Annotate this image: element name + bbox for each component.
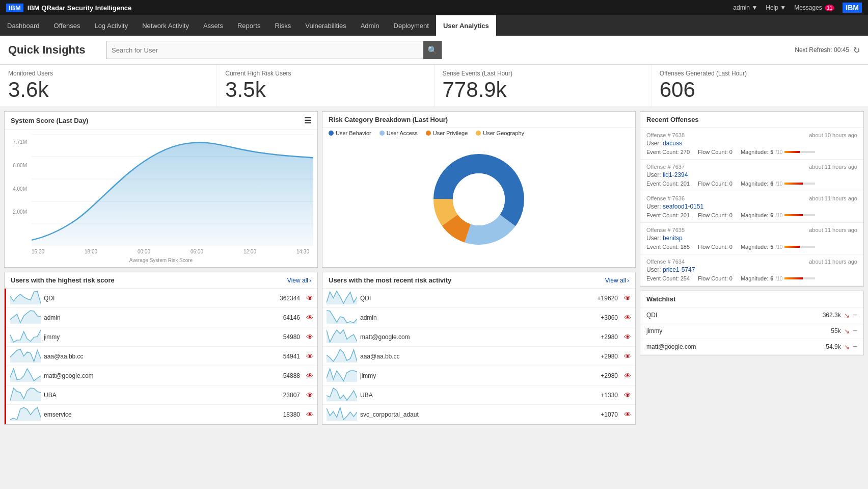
topbar: IBM IBM QRadar Security Intelligence adm… [0, 0, 868, 15]
magnitude-bar-fill [784, 183, 803, 185]
list-item: matt@google.com +2980 👁 [322, 327, 635, 347]
offense-user-row: User: dacuss [646, 140, 857, 147]
sparkline [10, 290, 41, 304]
eye-icon[interactable]: 👁 [306, 333, 313, 341]
remove-icon[interactable]: − [853, 342, 857, 351]
ibm-logo-top: IBM [843, 3, 862, 13]
remove-icon[interactable]: − [853, 311, 857, 320]
eye-icon[interactable]: 👁 [306, 410, 313, 419]
flow-count: Flow Count: 0 [698, 181, 733, 187]
offense-user-link[interactable]: dacuss [663, 140, 682, 147]
x-label: 14:30 [296, 249, 309, 254]
eye-icon[interactable]: 👁 [624, 410, 631, 419]
event-count: Event Count: 201 [646, 181, 690, 187]
y-label-1: 7.71M [13, 139, 27, 145]
navbar-item-offenses[interactable]: Offenses [47, 15, 88, 36]
x-label: 18:00 [85, 249, 97, 254]
stat-label: Monitored Users [8, 70, 208, 77]
user-name: jimmy [360, 372, 584, 379]
eye-icon[interactable]: 👁 [624, 294, 631, 302]
navbar-item-assets[interactable]: Assets [196, 15, 230, 36]
help-menu[interactable]: Help ▼ [766, 4, 786, 11]
navbar-item-dashboard[interactable]: Dashboard [0, 15, 47, 36]
trend-down-icon: ↘ [844, 343, 850, 351]
watchlist-row: jimmy 55k ↘ − [640, 323, 863, 339]
offense-stats: Event Count: 201 Flow Count: 0 Magnitude… [646, 181, 857, 187]
eye-icon[interactable]: 👁 [624, 352, 631, 361]
search-button[interactable]: 🔍 [423, 41, 442, 59]
eye-icon[interactable]: 👁 [306, 294, 313, 302]
sparkline [10, 310, 41, 324]
user-score: 54980 [269, 333, 300, 341]
offense-user-row: User: liq1-2394 [646, 171, 857, 178]
navbar-item-vulnerabilities[interactable]: Vulnerabilities [298, 15, 353, 36]
main-content: System Score (Last Day) ☰ 7.71M 6.00M 4.… [0, 107, 868, 429]
sparkline [10, 406, 41, 421]
user-score: +2980 [587, 372, 618, 379]
user-name: aaa@aa.bb.cc [360, 353, 584, 360]
flow-count: Flow Count: 0 [698, 149, 733, 155]
eye-icon[interactable]: 👁 [624, 314, 631, 322]
navbar-item-log-activity[interactable]: Log Activity [87, 15, 135, 36]
navbar-item-network-activity[interactable]: Network Activity [135, 15, 196, 36]
eye-icon[interactable]: 👁 [306, 314, 313, 322]
refresh-icon[interactable]: ↻ [853, 45, 860, 55]
eye-icon[interactable]: 👁 [306, 391, 313, 399]
eye-icon[interactable]: 👁 [306, 352, 313, 361]
offense-time: about 11 hours ago [809, 259, 857, 265]
user-name: QDI [44, 295, 266, 302]
stat-value: 778.9k [443, 78, 643, 101]
messages-link[interactable]: Messages 11 [794, 4, 834, 11]
eye-icon[interactable]: 👁 [306, 372, 313, 380]
offense-user-row: User: benitsp [646, 235, 857, 242]
user-name: UBA [44, 392, 266, 399]
offense-time: about 11 hours ago [809, 164, 857, 170]
risk-breakdown-title: Risk Category Breakdown (Last Hour) [329, 116, 448, 123]
flow-count: Flow Count: 0 [698, 275, 733, 281]
watchlist-score: 54.9k [810, 343, 841, 350]
magnitude: Magnitude: 6/10 [741, 275, 815, 281]
user-score: 23807 [269, 392, 300, 399]
user-score: +1330 [587, 392, 618, 399]
offense-user-link[interactable]: seafood1-0151 [663, 203, 703, 210]
legend-item: User Access [379, 130, 418, 136]
eye-icon[interactable]: 👁 [624, 372, 631, 380]
mini-chart [10, 348, 41, 364]
svg-marker-11 [10, 311, 41, 324]
offense-user-link[interactable]: price1-5747 [663, 266, 695, 273]
recent-activity-list: QDI +19620 👁 admin +3060 👁 matt@google.c… [322, 289, 635, 424]
list-item: QDI +19620 👁 [322, 289, 635, 308]
highest-risk-view-all[interactable]: View all › [287, 277, 311, 284]
stat-box: Current High Risk Users3.5k [217, 65, 434, 107]
remove-icon[interactable]: − [853, 326, 857, 336]
navbar-item-user-analytics[interactable]: User Analytics [436, 15, 496, 36]
eye-icon[interactable]: 👁 [624, 333, 631, 341]
messages-badge: 11 [825, 5, 834, 11]
list-item: aaa@aa.bb.cc 54941 👁 [6, 347, 317, 366]
admin-menu[interactable]: admin ▼ [733, 4, 757, 11]
legend-dot [329, 131, 334, 136]
search-input[interactable] [106, 46, 423, 54]
mini-chart [10, 329, 41, 345]
system-score-panel: System Score (Last Day) ☰ 7.71M 6.00M 4.… [4, 111, 318, 268]
recent-activity-view-all[interactable]: View all › [605, 277, 629, 284]
navbar-item-deployment[interactable]: Deployment [387, 15, 436, 36]
panel-menu-icon[interactable]: ☰ [304, 116, 311, 125]
magnitude-bar-fill [784, 214, 803, 216]
magnitude: Magnitude: 6/10 [741, 181, 815, 187]
offense-user-link[interactable]: liq1-2394 [663, 171, 688, 178]
navbar-item-risks[interactable]: Risks [267, 15, 298, 36]
offense-user-link[interactable]: benitsp [663, 235, 683, 242]
page-header: Quick Insights 🔍 Next Refresh: 00:45 ↻ [0, 36, 868, 65]
topbar-right: admin ▼ Help ▼ Messages 11 IBM [733, 3, 862, 13]
navbar-item-reports[interactable]: Reports [230, 15, 268, 36]
eye-icon[interactable]: 👁 [624, 391, 631, 399]
stat-value: 3.5k [225, 78, 425, 101]
highest-risk-list: QDI 362344 👁 admin 64146 👁 jimmy 54980 👁… [5, 289, 317, 424]
user-name: aaa@aa.bb.cc [44, 353, 266, 360]
legend-label: User Geography [483, 130, 524, 136]
navbar-item-admin[interactable]: Admin [354, 15, 387, 36]
user-name: matt@google.com [360, 333, 584, 341]
user-score: 362344 [269, 295, 300, 302]
legend-dot [476, 131, 481, 136]
